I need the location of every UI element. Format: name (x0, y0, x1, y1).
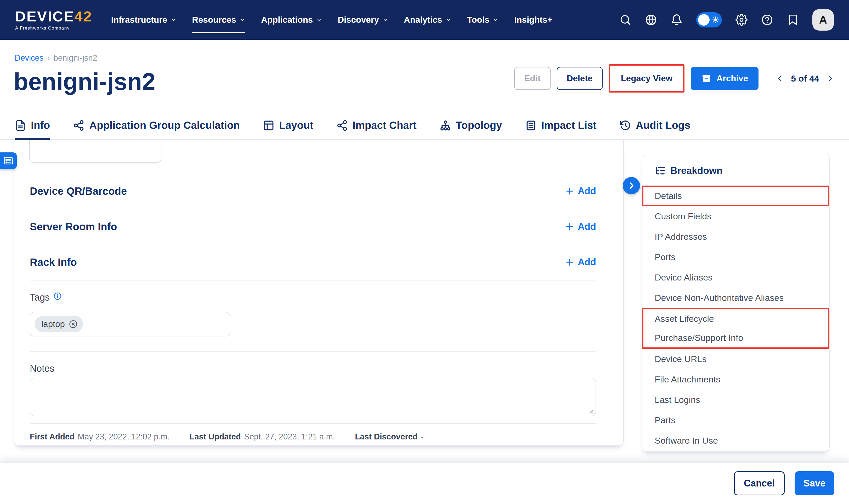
sun-icon (712, 16, 720, 24)
breakdown-item-parts[interactable]: Parts (642, 410, 829, 430)
list-icon (3, 155, 14, 166)
breakdown-item-ip-addresses[interactable]: IP Addresses (642, 227, 829, 247)
breakdown-item-details[interactable]: Details (643, 187, 828, 205)
remove-tag-icon[interactable] (69, 320, 78, 329)
save-button[interactable]: Save (795, 471, 834, 496)
topology-icon (440, 120, 451, 131)
breakdown-item-asset-lifecycle[interactable]: Asset Lifecycle (643, 309, 828, 328)
annotation-box-asset-purchase: Asset Lifecycle Purchase/Support Info (642, 308, 829, 349)
tab-label: Impact Chart (353, 120, 417, 131)
logo-tagline: A Freshworks Company (15, 25, 92, 31)
nav-item-applications[interactable]: Applications (261, 12, 322, 28)
tags-label-row: Tags (30, 292, 596, 303)
share-nodes-icon (336, 120, 348, 131)
chevron-down-icon (316, 17, 322, 23)
tab-application-group-calculation[interactable]: Application Group Calculation (73, 120, 240, 140)
breadcrumb: Devices › benigni-jsn2 (15, 53, 97, 63)
notes-field-wrap (30, 378, 596, 416)
breakdown-item-custom-fields[interactable]: Custom Fields (642, 206, 829, 227)
history-icon (620, 120, 631, 131)
add-server-room-button[interactable]: Add (565, 221, 596, 232)
tab-impact-chart[interactable]: Impact Chart (336, 120, 417, 140)
section-device-qr-barcode: Device QR/Barcode Add (30, 173, 596, 209)
breakdown-item-purchase-support-info[interactable]: Purchase/Support Info (643, 328, 828, 347)
add-rack-info-button[interactable]: Add (565, 257, 596, 268)
breakdown-title: Breakdown (670, 165, 722, 176)
nav-item-label: Resources (192, 15, 236, 25)
nav-item-label: Tools (467, 15, 490, 25)
add-device-qr-button[interactable]: Add (565, 185, 596, 197)
cutoff-input[interactable] (29, 140, 161, 163)
tab-label: Topology (456, 120, 502, 131)
nav-item-resources[interactable]: Resources (192, 12, 245, 28)
nav-item-analytics[interactable]: Analytics (404, 12, 452, 28)
nav-item-label: Infrastructure (111, 15, 167, 25)
nav-item-label: Analytics (404, 15, 442, 25)
nav-item-label: Discovery (338, 15, 379, 25)
theme-toggle[interactable] (696, 12, 722, 28)
bookmark-icon[interactable] (787, 14, 799, 26)
document-icon (15, 120, 26, 131)
chevron-right-icon[interactable] (827, 74, 834, 82)
tab-impact-list[interactable]: Impact List (525, 120, 597, 140)
meta-label: First Added (30, 432, 74, 442)
layout-icon (263, 120, 275, 131)
nav-item-label: Applications (261, 15, 313, 25)
chevron-left-icon[interactable] (776, 74, 784, 82)
nav-item-infrastructure[interactable]: Infrastructure (111, 12, 177, 28)
tab-info[interactable]: Info (15, 120, 50, 140)
notes-label-row: Notes (30, 363, 596, 374)
breakdown-item-ports[interactable]: Ports (642, 247, 829, 267)
nav-menu: Infrastructure Resources Applications Di… (111, 12, 552, 28)
tab-topology[interactable]: Topology (440, 120, 502, 140)
breakdown-item-last-logins[interactable]: Last Logins (642, 390, 829, 410)
breakdown-item-device-aliases[interactable]: Device Aliases (642, 267, 829, 288)
nav-item-discovery[interactable]: Discovery (338, 12, 388, 28)
breadcrumb-devices-link[interactable]: Devices (15, 53, 43, 63)
tag-chip-label: laptop (41, 319, 65, 329)
legacy-view-button[interactable]: Legacy View (612, 67, 682, 90)
breakdown-item-device-non-authoritative-aliases[interactable]: Device Non-Authoritative Aliases (642, 288, 829, 308)
page-actions: Edit Delete Legacy View Archive 5 of 44 (514, 64, 834, 92)
tags-input[interactable]: laptop (30, 312, 230, 337)
breakdown-item-software-in-use[interactable]: Software In Use (642, 430, 829, 451)
divider (30, 351, 596, 352)
nav-item-insights[interactable]: Insights+ (514, 12, 552, 28)
resize-grip[interactable] (587, 407, 594, 414)
cancel-button[interactable]: Cancel (734, 471, 785, 496)
tab-layout[interactable]: Layout (263, 120, 313, 140)
section-title: Device QR/Barcode (30, 185, 127, 197)
section-title: Rack Info (30, 256, 77, 268)
edit-button[interactable]: Edit (514, 67, 550, 90)
gear-icon[interactable] (736, 14, 747, 26)
page-title: benigni-jsn2 (14, 69, 155, 95)
search-icon[interactable] (619, 14, 631, 26)
tags-label: Tags (30, 292, 50, 303)
archive-button[interactable]: Archive (691, 67, 759, 90)
chevron-right-icon (627, 181, 636, 190)
notes-textarea[interactable] (30, 378, 596, 416)
plus-icon (565, 222, 574, 231)
device42-logo[interactable]: DEVICE42 A Freshworks Company (15, 9, 92, 31)
tag-chip-laptop[interactable]: laptop (35, 316, 83, 332)
side-panel-toggle[interactable] (0, 152, 17, 169)
tab-label: Audit Logs (636, 120, 690, 131)
meta-last-discovered: Last Discovered - (355, 432, 423, 442)
info-icon[interactable] (53, 292, 62, 300)
breakdown-item-file-attachments[interactable]: File Attachments (642, 369, 829, 390)
help-icon[interactable] (761, 14, 773, 26)
panel-collapse-button[interactable] (623, 177, 640, 194)
tab-label: Impact List (542, 120, 597, 131)
avatar[interactable]: A (812, 9, 834, 31)
meta-value: - (421, 432, 423, 442)
breakdown-panel: Breakdown Details Custom Fields IP Addre… (641, 154, 830, 452)
bell-icon[interactable] (671, 14, 683, 26)
nav-item-tools[interactable]: Tools (467, 12, 499, 28)
tab-audit-logs[interactable]: Audit Logs (620, 120, 690, 140)
pager-label: 5 of 44 (791, 73, 819, 84)
globe-icon[interactable] (645, 14, 657, 26)
breakdown-item-device-urls[interactable]: Device URLs (642, 349, 829, 369)
meta-label: Last Updated (190, 432, 241, 442)
action-footer: Cancel Save (0, 463, 849, 504)
delete-button[interactable]: Delete (557, 67, 603, 90)
